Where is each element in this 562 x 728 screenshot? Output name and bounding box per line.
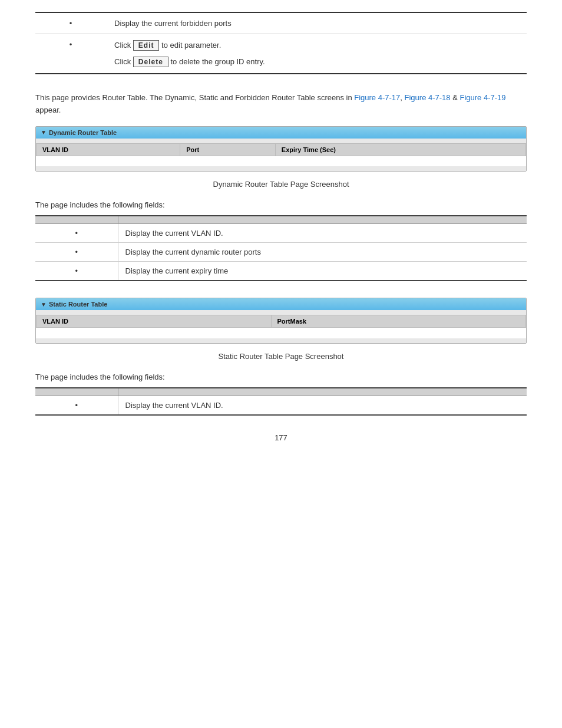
- description-cell: Display the current dynamic router ports: [118, 243, 527, 262]
- dynamic-fields-header-row: [35, 216, 527, 224]
- static-router-table-panel: ▼ Static Router Table VLAN ID PortMask: [35, 298, 527, 344]
- intro-paragraph: This page provides Router Table. The Dyn…: [35, 92, 527, 117]
- bullet-cell: •: [35, 224, 118, 243]
- delete-button[interactable]: Delete: [133, 57, 168, 67]
- static-fields-label: The page includes the following fields:: [35, 373, 527, 381]
- table-row-buttons: • Click Edit to edit parameter. Click De…: [35, 34, 527, 74]
- delete-desc: to delete the group ID entry.: [170, 57, 265, 66]
- bullet-cell: •: [35, 396, 118, 415]
- bullet-icon: •: [75, 248, 78, 256]
- dynamic-fields-col1: [35, 216, 118, 224]
- intro-text-mid2: &: [451, 93, 460, 102]
- delete-prefix-label: Click: [114, 57, 131, 66]
- intro-link3[interactable]: Figure 4-7-19: [459, 93, 505, 102]
- description-cell: Display the current expiry time: [118, 262, 527, 281]
- dynamic-panel-table: VLAN ID Port Expiry Time (Sec): [36, 143, 526, 167]
- intro-link2[interactable]: Figure 4-7-18: [405, 93, 451, 102]
- static-fields-col1: [35, 388, 118, 396]
- dynamic-table-header-row: VLAN ID Port Expiry Time (Sec): [37, 143, 526, 156]
- static-caption: Static Router Table Page Screenshot: [35, 352, 527, 361]
- dynamic-caption: Dynamic Router Table Page Screenshot: [35, 180, 527, 189]
- dynamic-table-empty-row: [37, 156, 526, 166]
- bullet-cell: •: [35, 12, 106, 34]
- edit-prefix-label: Click: [114, 41, 131, 50]
- button-actions-cell: Click Edit to edit parameter. Click Dele…: [106, 34, 527, 74]
- static-col-portmask: PortMask: [271, 315, 525, 328]
- dynamic-panel-title: Dynamic Router Table: [49, 129, 117, 136]
- static-panel-collapse-icon[interactable]: ▼: [41, 301, 47, 308]
- table-row: • Display the current expiry time: [35, 262, 527, 281]
- edit-desc: to edit parameter.: [161, 41, 221, 50]
- dynamic-panel-body: VLAN ID Port Expiry Time (Sec): [36, 139, 526, 172]
- bullet-icon: •: [75, 401, 78, 410]
- intro-text-after: appear.: [35, 106, 61, 114]
- static-panel-title: Static Router Table: [49, 301, 107, 308]
- bullet-cell: •: [35, 262, 118, 281]
- description-cell: Display the current VLAN ID.: [118, 396, 527, 415]
- static-panel-body: VLAN ID PortMask: [36, 310, 526, 343]
- dynamic-col-port: Port: [180, 143, 276, 156]
- bullet-icon: •: [70, 19, 72, 28]
- dynamic-col-expiry: Expiry Time (Sec): [275, 143, 525, 156]
- table-row: • Display the current VLAN ID.: [35, 396, 527, 415]
- static-panel-header: ▼ Static Router Table: [36, 298, 526, 310]
- static-fields-table: • Display the current VLAN ID.: [35, 387, 527, 416]
- intro-text-before: This page provides Router Table. The Dyn…: [35, 93, 354, 102]
- dynamic-panel-header: ▼ Dynamic Router Table: [36, 127, 526, 139]
- top-table: • Display the current forbidden ports • …: [35, 12, 527, 74]
- edit-button[interactable]: Edit: [133, 40, 160, 51]
- dynamic-col-vlanid: VLAN ID: [37, 143, 180, 156]
- page-number: 177: [35, 433, 527, 442]
- panel-collapse-icon[interactable]: ▼: [41, 129, 47, 136]
- static-table-empty-row: [37, 328, 526, 338]
- intro-text-mid1: ,: [400, 93, 404, 102]
- forbidden-ports-text: Display the current forbidden ports: [106, 12, 527, 34]
- table-row: • Display the current VLAN ID.: [35, 224, 527, 243]
- static-table-header-row: VLAN ID PortMask: [37, 315, 526, 328]
- dynamic-fields-label: The page includes the following fields:: [35, 200, 527, 209]
- bullet-cell-2: •: [35, 34, 106, 74]
- dynamic-fields-table: • Display the current VLAN ID. • Display…: [35, 215, 527, 281]
- static-fields-header-row: [35, 388, 527, 396]
- static-col-vlanid: VLAN ID: [37, 315, 272, 328]
- bullet-icon: •: [75, 266, 78, 275]
- description-cell: Display the current VLAN ID.: [118, 224, 527, 243]
- bullet-icon-2: •: [70, 40, 72, 49]
- dynamic-router-table-panel: ▼ Dynamic Router Table VLAN ID Port Expi…: [35, 126, 527, 172]
- dynamic-fields-col2: [118, 216, 527, 224]
- static-fields-col2: [118, 388, 527, 396]
- table-row: • Display the current forbidden ports: [35, 12, 527, 34]
- bullet-cell: •: [35, 243, 118, 262]
- table-row: • Display the current dynamic router por…: [35, 243, 527, 262]
- static-panel-table: VLAN ID PortMask: [36, 315, 526, 338]
- bullet-icon: •: [75, 229, 78, 238]
- intro-link1[interactable]: Figure 4-7-17: [354, 93, 400, 102]
